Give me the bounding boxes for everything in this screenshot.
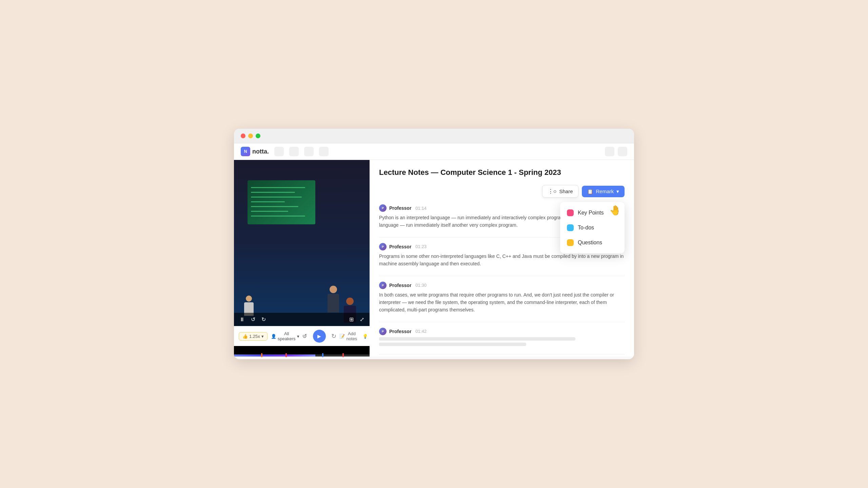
speed-chevron-icon: ▾ [261,334,264,339]
speaker-filter-button[interactable]: 👤 All speakers ▾ [271,331,299,341]
speaker-line-3: P Professor 01:42 [379,328,625,335]
nav-bar: N notta. [234,143,634,160]
pause-button[interactable]: ⏸ [239,316,245,323]
speaker-icon: 👤 [271,334,276,339]
dropdown-todos[interactable]: To-dos [560,220,625,235]
avatar-1: P [379,243,387,250]
add-notes-label: Add notes [347,331,357,341]
forward-button[interactable]: ↻ [261,316,267,323]
loading-lines-3 [379,337,625,346]
key-points-label: Key Points [578,210,604,216]
remark-dropdown: Key Points To-dos Questions [560,202,625,253]
timestamp-1: 01:23 [415,244,427,249]
timestamp-0: 01:14 [415,206,427,211]
share-icon: ⋮○ [548,188,557,195]
nav-pill-3[interactable] [304,147,314,156]
dropdown-questions[interactable]: Questions [560,235,625,250]
speaker-name-0: Professor [389,205,411,211]
marker-2 [285,353,287,357]
loading-line-b [379,343,526,346]
loading-line-a [379,337,575,341]
questions-icon [567,239,574,246]
main-content: ⏸ ↺ ↻ ⊞ ⤢ [234,160,634,357]
panel-toolbar: ⋮○ Share 📋 Remark ▾ Key Points [379,185,625,198]
remark-label: Remark [596,188,614,194]
speaker-line-2: P Professor 01:30 [379,282,625,289]
video-panel: ⏸ ↺ ↻ ⊞ ⤢ [234,160,370,357]
transcript-text-2: In both cases, we write programs that re… [379,291,625,314]
share-button[interactable]: ⋮○ Share [542,185,579,198]
speed-button[interactable]: 👍 1.25x ▾ [239,332,268,341]
speaker-label: All speakers [278,331,296,341]
marker-3 [322,353,323,357]
transcript-entry-3: P Professor 01:42 [379,328,625,346]
logo-icon: N [241,147,250,156]
marker-1 [261,353,262,357]
timeline-bar[interactable] [234,354,370,357]
avatar-2: P [379,282,387,289]
play-button[interactable]: ▶ [313,330,326,343]
skip-fwd-5-button[interactable]: ↻ [329,331,339,342]
speaker-name-1: Professor [389,244,411,249]
close-button[interactable] [241,134,245,138]
dropdown-key-points[interactable]: Key Points [560,205,625,220]
bottom-controls: 👍 1.25x ▾ 👤 All speakers ▾ ↺ 5 [234,326,370,346]
speaker-name-2: Professor [389,283,411,288]
document-title: Lecture Notes — Computer Science 1 - Spr… [379,168,625,177]
remark-icon: 📋 [587,189,593,194]
skip-fwd-icon: ↻ [331,332,336,340]
video-controls-overlay: ⏸ ↺ ↻ ⊞ ⤢ [234,313,370,326]
add-notes-button[interactable]: 📝 Add notes [339,331,357,341]
skip-back-5-button[interactable]: ↺ 5 [299,331,310,342]
fullscreen-button[interactable]: ⤢ [359,316,365,323]
speaker-chevron-icon: ▾ [297,334,299,339]
timestamp-3: 01:42 [415,329,427,334]
questions-label: Questions [578,240,602,246]
nav-pill-1[interactable] [274,147,284,156]
skip-back-label: 5 [304,335,306,339]
tips-icon: 💡 [362,334,368,339]
nav-right-2[interactable] [618,147,627,156]
avatar-0: P [379,204,387,212]
minimize-button[interactable] [248,134,253,138]
notes-icon: 📝 [339,334,345,339]
remark-button[interactable]: 📋 Remark ▾ [582,186,625,197]
transcript-panel: Lecture Notes — Computer Science 1 - Spr… [370,160,634,357]
rewind-button[interactable]: ↺ [250,316,256,323]
transcript-text-1: Programs in some other non-interpreted l… [379,252,625,268]
divider-3 [379,322,625,322]
transcript-entry-2: P Professor 01:30 In both cases, we writ… [379,282,625,314]
share-label: Share [559,188,573,194]
timeline-markers [234,353,370,357]
title-bar [234,129,634,143]
timestamp-2: 01:30 [415,283,427,288]
classroom-screen [248,180,315,224]
person-professor [328,286,339,312]
nav-right-1[interactable] [605,147,614,156]
video-display: ⏸ ↺ ↻ ⊞ ⤢ [234,160,370,326]
todos-label: To-dos [578,225,594,231]
todos-icon [567,224,574,231]
speed-icon: 👍 [242,334,248,339]
maximize-button[interactable] [256,134,260,138]
action-buttons: ⋮○ Share 📋 Remark ▾ Key Points [542,185,625,198]
nav-pill-4[interactable] [319,147,329,156]
nav-pill-2[interactable] [289,147,299,156]
app-name: notta. [252,148,269,155]
browser-window: N notta. [234,129,634,359]
logo: N notta. [241,147,269,156]
layout-button[interactable]: ⊞ [349,316,354,323]
speed-label: 1.25x [249,334,260,339]
marker-4 [342,353,344,357]
play-icon: ▶ [317,333,321,339]
divider-4 [379,354,625,354]
avatar-3: P [379,328,387,335]
key-points-icon [567,209,574,216]
divider-2 [379,276,625,276]
speaker-name-3: Professor [389,329,411,334]
remark-chevron-icon: ▾ [616,188,619,195]
